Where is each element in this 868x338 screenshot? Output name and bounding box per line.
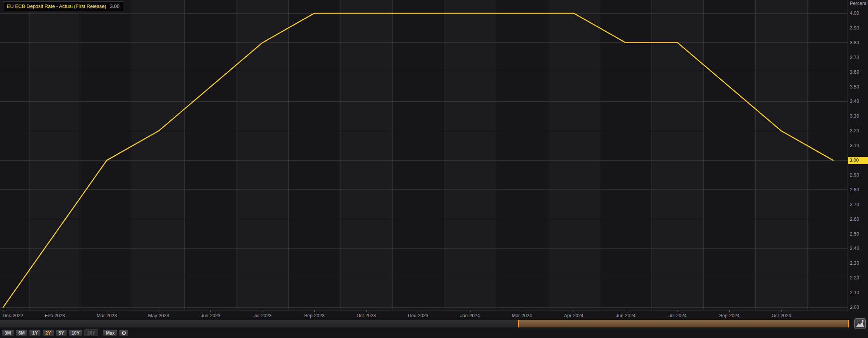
x-axis-label: Jun-2023 [201,313,220,319]
x-axis-tick [470,310,470,312]
range-scrollbar-right-handle[interactable] [848,320,849,327]
x-axis-label: May-2023 [148,313,169,319]
range-button-6m[interactable]: 6M [15,329,28,336]
y-axis-label: 3.10 [850,143,867,149]
plot-band [548,0,600,310]
plot-band [289,0,340,310]
y-axis-label: 2.10 [850,290,867,296]
plot-band [133,0,185,310]
x-axis-label: Dec-2022 [3,313,23,319]
x-axis-tick [263,310,263,312]
y-axis-label: 2.60 [850,216,867,222]
x-axis-label: Jun-2024 [616,313,636,319]
plot-band [29,0,81,310]
range-button-1y[interactable]: 1Y [29,329,41,336]
y-axis-label: 3.60 [850,69,867,75]
x-axis-label: Sep-2023 [304,313,325,319]
plot-band [496,0,548,310]
x-axis-tick [314,310,315,312]
x-axis-tick [3,310,3,312]
range-button-10y[interactable]: 10Y [68,329,82,336]
y-axis-label: 2.80 [850,187,867,193]
x-axis-tick [210,310,211,312]
series-legend[interactable]: EU ECB Deposit Rate - Actual (First Rele… [3,1,123,11]
range-button-bar: 3M6M1Y2Y5Y10Y20YMax⚙ [2,329,128,336]
plot-band [444,0,496,310]
y-axis-label: 2.00 [850,304,867,310]
x-axis-label: Mar-2023 [97,313,117,319]
plot-band [808,0,848,310]
y-axis-label: 2.90 [850,172,867,178]
y-axis-label: 2.20 [850,275,867,281]
x-axis-label: Mar-2024 [512,313,532,319]
x-axis-tick [55,310,55,312]
x-axis-label: Jul-2024 [668,313,687,319]
x-axis-label: Feb-2023 [45,313,65,319]
range-button-3m[interactable]: 3M [2,329,14,336]
range-scrollbar-selection[interactable] [518,320,849,327]
y-axis-label: 2.50 [850,231,867,237]
x-axis-label: Oct-2023 [356,313,376,319]
x-axis-label: Jul-2023 [254,313,272,319]
range-scrollbar[interactable] [0,320,849,327]
x-axis-label: Jan-2024 [460,313,480,319]
x-axis-tick [107,310,107,312]
plot-band [600,0,651,310]
y-axis-label: 2.30 [850,260,867,266]
y-axis-label: 3.50 [850,84,867,90]
y-axis-label: 3.70 [850,54,867,60]
x-axis-label: Sep-2024 [719,313,740,319]
plot-band [392,0,444,310]
range-button-2y[interactable]: 2Y [42,329,54,336]
range-button-20y: 20Y [84,329,98,336]
y-axis-label: 3.90 [850,25,867,31]
range-scrollbar-left-handle[interactable] [518,320,519,327]
gear-icon[interactable]: ⚙ [119,329,128,336]
y-axis-label: 3.30 [850,113,867,119]
price-chart-plot[interactable] [0,0,868,338]
y-axis-unit-label: Percent [850,1,866,6]
x-axis-tick [366,310,367,312]
x-axis-tick [522,310,522,312]
x-axis-tick [678,310,678,312]
plot-band [755,0,807,310]
plot-band [652,0,704,310]
y-axis-label: 3.80 [850,40,867,46]
x-axis-label: Dec-2023 [408,313,428,319]
plot-band [0,0,29,310]
plot-band [81,0,133,310]
plot-band [185,0,237,310]
plot-band [704,0,755,310]
range-button-max[interactable]: Max [103,329,118,336]
chart-window: EU ECB Deposit Rate - Actual (First Rele… [0,0,868,338]
y-axis-label: 4.00 [850,10,867,16]
plot-band [340,0,392,310]
y-axis-label: 3.40 [850,98,867,104]
export-chart-button[interactable] [854,318,866,329]
x-axis-tick [159,310,159,312]
range-button-5y[interactable]: 5Y [56,329,67,336]
x-axis-tick [574,310,574,312]
y-axis-label: 2.40 [850,245,867,251]
x-axis-tick [626,310,626,312]
current-value-marker: 3.00 [848,157,868,164]
x-axis-label: Apr-2024 [564,313,583,319]
x-axis-tick [781,310,782,312]
y-axis-label: 3.20 [850,128,867,134]
x-axis-tick [418,310,418,312]
x-axis-label: Oct-2024 [772,313,791,319]
y-axis-label: 2.70 [850,202,867,208]
plot-band [237,0,288,310]
chart-export-icon [855,319,865,329]
series-legend-label: EU ECB Deposit Rate - Actual (First Rele… [7,3,106,9]
series-legend-value: 3.00 [110,3,119,9]
x-axis-tick [729,310,730,312]
